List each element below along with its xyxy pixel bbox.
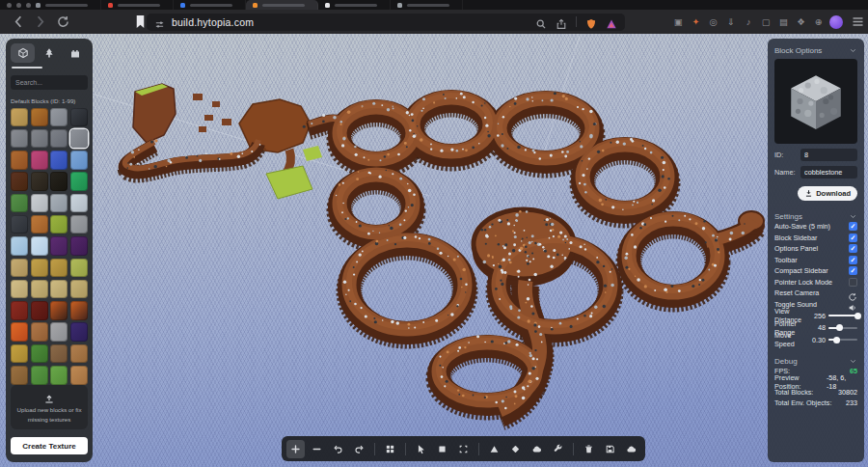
block-swatch[interactable]	[70, 194, 88, 213]
redo-button[interactable]	[350, 440, 368, 458]
browser-tab[interactable]	[174, 0, 246, 10]
share-icon[interactable]	[556, 16, 567, 28]
block-swatch[interactable]	[31, 366, 48, 385]
cloud-sync-button[interactable]	[622, 440, 640, 458]
block-swatch[interactable]	[50, 172, 68, 191]
menu-icon[interactable]	[851, 14, 865, 29]
block-swatch[interactable]	[31, 344, 48, 364]
random-tool-button[interactable]	[506, 440, 525, 458]
block-swatch[interactable]	[11, 344, 28, 364]
browser-tab[interactable]	[318, 0, 391, 10]
slider[interactable]	[828, 339, 857, 341]
block-swatch[interactable]	[50, 151, 68, 170]
block-swatch[interactable]	[70, 322, 88, 342]
block-swatch[interactable]	[50, 108, 68, 127]
block-swatch[interactable]	[50, 215, 68, 234]
settings-header[interactable]: Settings	[774, 211, 857, 221]
block-swatch[interactable]	[50, 322, 68, 342]
shield-icon[interactable]	[585, 16, 597, 28]
block-swatch[interactable]	[50, 301, 68, 320]
extension-lasso-icon[interactable]: ◎	[708, 15, 719, 28]
name-input[interactable]	[800, 166, 857, 179]
block-swatch[interactable]	[70, 236, 88, 256]
block-swatch[interactable]	[11, 215, 28, 234]
block-swatch[interactable]	[11, 172, 28, 191]
extension-box-icon[interactable]: ▣	[673, 15, 684, 28]
block-swatch[interactable]	[11, 108, 28, 127]
bookmark-icon[interactable]	[133, 14, 148, 29]
upload-dropzone[interactable]: Upload new blocks or fix missing texture…	[11, 385, 88, 429]
checkbox[interactable]: ✓	[849, 222, 857, 231]
block-swatch[interactable]	[11, 194, 28, 213]
save-button[interactable]	[601, 440, 619, 458]
url-field[interactable]: build.hytopia.com	[147, 14, 625, 31]
extension-download-icon[interactable]: ⇓	[726, 15, 737, 28]
id-input[interactable]	[800, 149, 857, 161]
browser-tab[interactable]	[246, 0, 318, 10]
slider-thumb[interactable]	[833, 337, 840, 343]
block-swatch[interactable]	[70, 151, 88, 170]
block-swatch[interactable]	[70, 259, 88, 278]
block-swatch[interactable]	[50, 280, 68, 299]
block-swatch[interactable]	[50, 194, 68, 213]
browser-tab[interactable]	[391, 0, 463, 10]
checkbox[interactable]	[849, 278, 857, 287]
brush-tool-button[interactable]	[528, 440, 546, 458]
checkbox[interactable]: ✓	[849, 234, 857, 242]
select-tool-button[interactable]	[454, 440, 473, 458]
block-swatch[interactable]	[70, 215, 88, 234]
block-swatch[interactable]	[31, 322, 48, 342]
fill-tool-button[interactable]	[433, 440, 451, 458]
browser-logo-icon[interactable]	[606, 16, 617, 28]
block-swatch[interactable]	[11, 280, 28, 299]
block-swatch[interactable]	[31, 259, 48, 278]
speaker-icon[interactable]	[848, 299, 857, 309]
extension-flame-icon[interactable]: ✦	[691, 15, 701, 28]
sidebar-tab-structures[interactable]	[64, 43, 88, 63]
block-swatch[interactable]	[11, 236, 28, 256]
block-swatch[interactable]	[31, 301, 48, 320]
sidebar-tab-blocks[interactable]	[11, 43, 35, 63]
extension-diamond-icon[interactable]: ❖	[796, 15, 806, 28]
window-controls[interactable]	[7, 3, 31, 8]
terrain-tool-button[interactable]	[485, 440, 503, 458]
block-swatch[interactable]	[11, 129, 28, 149]
block-swatch[interactable]	[31, 129, 48, 149]
undo-button[interactable]	[329, 440, 347, 458]
block-swatch[interactable]	[70, 129, 88, 149]
block-swatch[interactable]	[70, 301, 88, 320]
block-swatch[interactable]	[31, 236, 48, 256]
block-swatch[interactable]	[31, 280, 48, 299]
browser-tab[interactable]	[29, 0, 101, 10]
block-swatch[interactable]	[31, 172, 48, 191]
slider-thumb[interactable]	[836, 324, 843, 331]
checkbox[interactable]: ✓	[849, 266, 857, 275]
reload-button[interactable]	[56, 14, 70, 29]
block-swatch[interactable]	[31, 108, 48, 127]
debug-header[interactable]: Debug	[774, 357, 857, 367]
search-icon[interactable]	[535, 16, 547, 28]
block-swatch[interactable]	[50, 259, 68, 278]
block-swatch[interactable]	[11, 366, 28, 385]
block-swatch[interactable]	[70, 172, 88, 191]
slider-thumb[interactable]	[854, 313, 861, 319]
search-input[interactable]: Search...	[11, 75, 88, 90]
delete-tool-button[interactable]	[580, 440, 598, 458]
block-swatch[interactable]	[31, 194, 48, 213]
create-texture-button[interactable]: Create Texture	[11, 437, 88, 454]
block-swatch[interactable]	[11, 301, 28, 320]
block-swatch[interactable]	[50, 366, 68, 385]
pointer-tool-button[interactable]	[412, 440, 430, 458]
settings-tool-button[interactable]	[549, 440, 567, 458]
extension-music-icon[interactable]: ♪	[744, 15, 754, 28]
slider[interactable]	[828, 315, 857, 316]
block-options-header[interactable]: Block Options	[774, 45, 857, 55]
extension-card-icon[interactable]: ▤	[778, 15, 789, 28]
extension-window-icon[interactable]: ▢	[761, 15, 772, 28]
block-swatch[interactable]	[31, 151, 48, 170]
profile-avatar[interactable]	[829, 15, 843, 29]
reset-icon[interactable]	[848, 288, 857, 298]
checkbox[interactable]: ✓	[849, 256, 857, 264]
slider[interactable]	[828, 327, 857, 329]
site-settings-icon[interactable]	[154, 16, 165, 27]
